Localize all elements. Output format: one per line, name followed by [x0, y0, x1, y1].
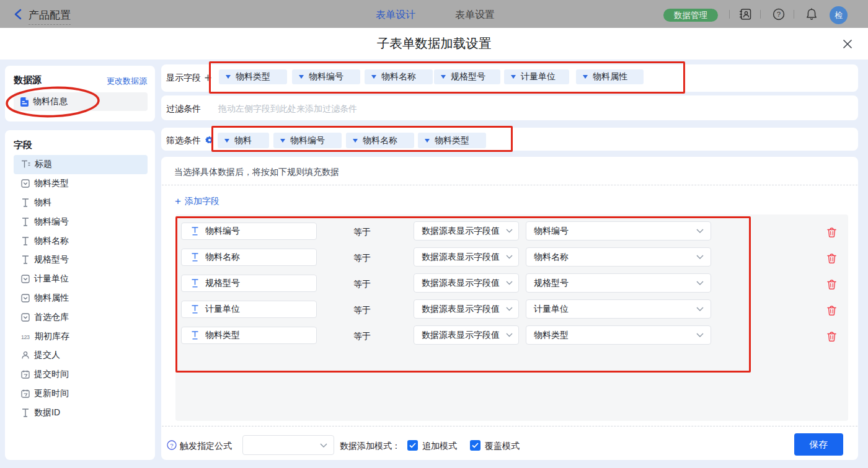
- svg-text:?: ?: [777, 11, 781, 18]
- svg-text:123: 123: [21, 334, 30, 340]
- svg-text:?: ?: [170, 442, 173, 449]
